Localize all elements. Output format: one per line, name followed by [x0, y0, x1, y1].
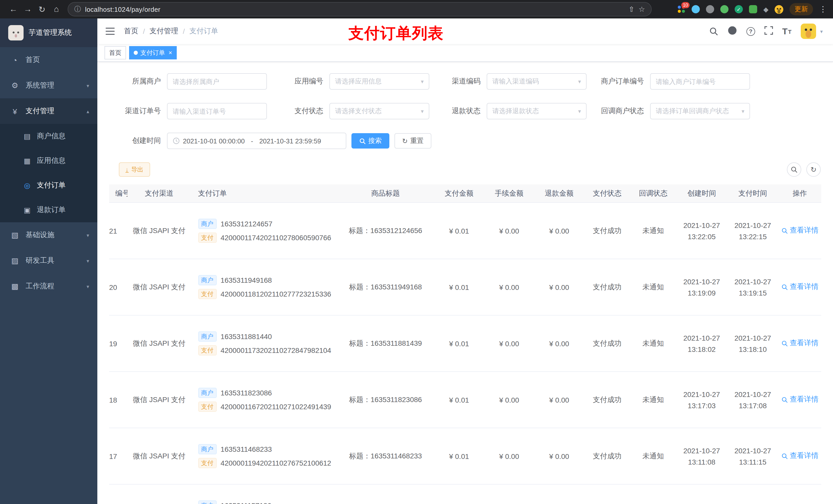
- col-header-pay-time: 支付时间: [727, 189, 778, 198]
- tab-home[interactable]: 首页: [104, 46, 126, 59]
- forward-button[interactable]: →: [21, 2, 35, 16]
- share-icon[interactable]: ⇧: [628, 5, 634, 13]
- merchant-input[interactable]: [167, 73, 267, 90]
- col-header-refund: 退款金额: [534, 189, 584, 198]
- search-icon[interactable]: [709, 27, 718, 36]
- github-icon[interactable]: [728, 26, 737, 37]
- extension-chat-icon[interactable]: [749, 5, 757, 13]
- breadcrumb: 首页 / 支付管理 / 支付订单: [124, 27, 218, 36]
- briefcase-icon: ▩: [10, 282, 20, 291]
- sidebar-item-pay-order[interactable]: ◎ 支付订单: [0, 173, 97, 198]
- close-tab-icon[interactable]: ×: [169, 49, 172, 56]
- view-detail-link[interactable]: 查看详情: [781, 226, 818, 235]
- pay-channel-cell: 微信 JSAPI 支付: [127, 339, 191, 348]
- table-header-row: 编号 支付渠道 支付订单 商品标题 支付金额 手续金额 退款金额 支付状态 回调…: [109, 184, 821, 203]
- search-button[interactable]: 搜索: [352, 133, 389, 148]
- pay-channel-cell: 微信 JSAPI 支付: [127, 283, 191, 292]
- channel-pay-no: 4200001167202110271022491439: [220, 403, 331, 411]
- create-time-cell: 2021-10-27 13:22:05: [676, 219, 727, 242]
- toggle-search-button[interactable]: [787, 162, 801, 177]
- site-info-icon[interactable]: ⓘ: [74, 5, 81, 14]
- reload-button[interactable]: ↻: [35, 2, 49, 16]
- extension-drop-icon[interactable]: [692, 5, 700, 13]
- refund-amount-cell: ¥ 0.00: [534, 452, 584, 460]
- merchant-order-no-input[interactable]: [650, 73, 750, 90]
- merchant-tag: 商户: [198, 331, 216, 342]
- range-start-value: 2021-10-01 00:00:00: [183, 137, 245, 145]
- font-size-icon[interactable]: TT: [782, 27, 791, 35]
- pay-time-cell: 2021-10-27 13:11:15: [727, 445, 778, 467]
- browser-menu-icon[interactable]: ⋮: [819, 5, 827, 14]
- channel-order-no-input[interactable]: [167, 103, 267, 119]
- view-detail-link[interactable]: 查看详情: [781, 283, 818, 292]
- app-logo[interactable]: 芋道管理系统: [0, 19, 97, 47]
- pay-channel-cell: 微信 JSAPI 支付: [127, 452, 191, 461]
- extensions-pin-icon[interactable]: ◆: [763, 5, 768, 13]
- create-time-cell: 2021-10-27 13:17:03: [676, 388, 727, 411]
- help-icon[interactable]: ?: [746, 27, 755, 35]
- sidebar-item-workflow[interactable]: ▩ 工作流程 ▾: [0, 273, 97, 299]
- merchant-order-no: 1635311157186: [220, 501, 271, 504]
- extension-gray-icon[interactable]: [706, 5, 714, 13]
- sidebar-item-payment[interactable]: ¥ 支付管理 ▴: [0, 98, 97, 124]
- sidebar-item-infra[interactable]: ▧ 基础设施 ▾: [0, 222, 97, 248]
- view-detail-link[interactable]: 查看详情: [781, 395, 818, 404]
- extension-grid-icon[interactable]: 10: [677, 5, 686, 13]
- browser-update-button[interactable]: 更新: [789, 3, 813, 15]
- merchant-order-no: 1635311468233: [220, 445, 272, 453]
- home-button[interactable]: ⌂: [49, 2, 64, 16]
- extension-check-icon[interactable]: ✓: [735, 5, 743, 13]
- refund-status-select[interactable]: 请选择退款状态 ▾: [487, 103, 587, 119]
- chevron-down-icon: ▾: [87, 258, 89, 264]
- pay-amount-cell: ¥ 0.01: [434, 226, 484, 235]
- sidebar-item-refund-order[interactable]: ▣ 退款订单: [0, 198, 97, 222]
- pay-status-select[interactable]: 请选择支付状态 ▾: [329, 103, 429, 119]
- extensions-area: 10 ✓ ◆ 更新 ⋮: [677, 3, 827, 15]
- sidebar-item-app-info[interactable]: ▦ 应用信息: [0, 148, 97, 173]
- sidebar-item-home[interactable]: ◔ 首页: [0, 47, 97, 73]
- notify-status-cell: 未通知: [630, 339, 676, 348]
- sidebar-collapse-icon[interactable]: [105, 27, 115, 35]
- order-id-cell: 19: [109, 339, 127, 347]
- order-id-cell: 21: [109, 226, 127, 235]
- pay-order-cell: 商户 1635311949168 支付 42000011812021102777…: [191, 259, 337, 315]
- chevron-up-icon: ▴: [87, 108, 89, 114]
- extension-green-icon[interactable]: [720, 5, 729, 13]
- create-time-cell: 2021-10-27 13:18:02: [676, 332, 727, 355]
- chevron-down-icon: ▾: [742, 108, 744, 115]
- product-title-cell: 标题：1635311823086: [337, 395, 434, 404]
- pay-order-cell: 商户 1635311881440 支付 42000011732021102728…: [191, 315, 337, 371]
- back-button[interactable]: ←: [6, 2, 21, 16]
- sidebar-item-dev-tools[interactable]: ▨ 研发工具 ▾: [0, 248, 97, 273]
- tab-pay-order[interactable]: 支付订单 ×: [129, 46, 177, 59]
- refresh-table-button[interactable]: ↻: [806, 162, 821, 177]
- app-select[interactable]: 请选择应用信息 ▾: [329, 73, 429, 90]
- top-navbar: 首页 / 支付管理 / 支付订单 支付订单列表 ?: [97, 19, 833, 44]
- fullscreen-icon[interactable]: [764, 26, 773, 37]
- breadcrumb-section[interactable]: 支付管理: [149, 27, 178, 36]
- breadcrumb-home[interactable]: 首页: [124, 27, 138, 36]
- channel-code-select[interactable]: 请输入渠道编码 ▾: [487, 73, 587, 90]
- action-cell: 查看详情: [778, 283, 821, 292]
- view-detail-link[interactable]: 查看详情: [781, 452, 818, 461]
- view-detail-link[interactable]: 查看详情: [781, 339, 818, 348]
- avatar-dropdown-caret-icon[interactable]: ▾: [820, 28, 823, 34]
- notify-status-select[interactable]: 请选择订单回调商户状态 ▾: [650, 103, 750, 119]
- notify-status-cell: 未通知: [630, 226, 676, 235]
- dashboard-icon: ◔: [10, 55, 20, 64]
- reset-button[interactable]: ↻ 重置: [395, 133, 431, 148]
- profile-avatar-icon[interactable]: [775, 5, 783, 14]
- app-title: 芋道管理系统: [29, 28, 72, 38]
- channel-pay-no: 4200001194202110276752100612: [220, 459, 331, 467]
- pay-status-cell: 支付成功: [584, 226, 630, 235]
- sidebar-item-system[interactable]: ⚙ 系统管理 ▾: [0, 73, 97, 98]
- sidebar-item-merchant-info[interactable]: ▤ 商户信息: [0, 124, 97, 148]
- refund-amount-cell: ¥ 0.00: [534, 226, 584, 235]
- create-time-range-picker[interactable]: 2021-10-01 00:00:00 - 2021-10-31 23:59:5…: [167, 133, 346, 149]
- bookmark-star-icon[interactable]: ☆: [639, 5, 645, 13]
- merchant-order-no: 1635311949168: [220, 276, 272, 284]
- export-button[interactable]: ↓ 导出: [119, 162, 150, 177]
- fee-amount-cell: ¥ 0.00: [484, 283, 534, 291]
- address-bar[interactable]: ⓘ localhost:1024/pay/order ⇧ ☆: [68, 2, 652, 16]
- user-avatar[interactable]: [801, 24, 816, 39]
